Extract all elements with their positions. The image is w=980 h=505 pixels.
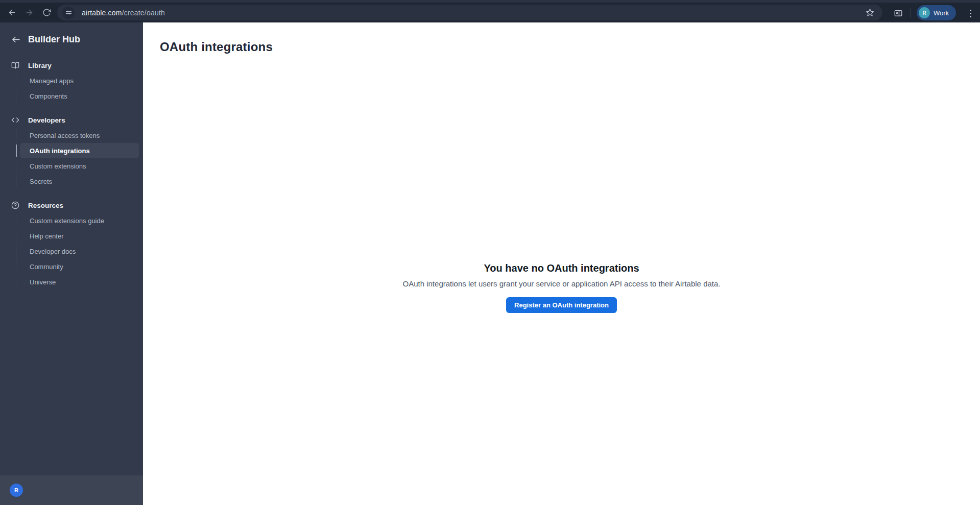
section-label: Developers: [28, 116, 65, 124]
sidebar-item-universe[interactable]: Universe: [20, 274, 139, 290]
tune-icon: [65, 9, 73, 16]
empty-state-heading: You have no OAuth integrations: [143, 262, 980, 274]
section-label: Resources: [28, 202, 63, 209]
browser-profile-chip[interactable]: R Work: [917, 5, 956, 20]
section-header-developers[interactable]: Developers: [0, 112, 143, 128]
sidebar: Builder Hub Library Managed apps Compone…: [0, 22, 143, 505]
sidebar-item-custom-extensions[interactable]: Custom extensions: [20, 158, 139, 174]
item-label: Help center: [30, 232, 63, 240]
sidebar-item-help-center[interactable]: Help center: [20, 228, 139, 244]
bookmark-button[interactable]: [864, 6, 876, 19]
browser-toolbar: airtable.com/create/oauth R Work: [0, 0, 980, 22]
item-label: Developer docs: [30, 248, 76, 255]
sidebar-item-community[interactable]: Community: [20, 259, 139, 274]
refresh-icon: [42, 8, 51, 17]
sidebar-section-developers: Developers Personal access tokens OAuth …: [0, 112, 143, 189]
sidebar-item-secrets[interactable]: Secrets: [20, 174, 139, 189]
section-header-resources[interactable]: Resources: [0, 198, 143, 213]
browser-menu-button[interactable]: [965, 7, 975, 19]
browser-back-button[interactable]: [4, 5, 19, 20]
item-label: Personal access tokens: [30, 132, 100, 139]
register-oauth-integration-button[interactable]: Register an OAuth integration: [506, 297, 617, 313]
sidebar-header: Builder Hub: [0, 22, 143, 49]
kebab-dot: [970, 16, 971, 17]
kebab-dot: [970, 10, 971, 11]
kebab-dot: [970, 13, 971, 14]
back-arrow-icon: [8, 8, 16, 17]
side-panel-search-icon: [894, 9, 903, 18]
item-label: Community: [30, 263, 63, 271]
sidebar-title: Builder Hub: [28, 34, 80, 45]
browser-forward-button[interactable]: [21, 5, 37, 20]
item-label: Universe: [30, 278, 56, 286]
profile-avatar: R: [919, 7, 930, 18]
toolbar-separator: [911, 8, 911, 18]
forward-arrow-icon: [25, 8, 34, 17]
empty-state-description: OAuth integrations let users grant your …: [143, 279, 980, 288]
item-label: Components: [30, 92, 67, 100]
sidebar-item-oauth-integrations[interactable]: OAuth integrations: [20, 143, 139, 158]
sidebar-section-resources: Resources Custom extensions guide Help c…: [0, 198, 143, 290]
sidebar-item-developer-docs[interactable]: Developer docs: [20, 244, 139, 259]
empty-state: You have no OAuth integrations OAuth int…: [143, 262, 980, 313]
sidebar-section-library: Library Managed apps Components: [0, 58, 143, 104]
sidebar-back-button[interactable]: [9, 33, 22, 46]
sidebar-item-managed-apps[interactable]: Managed apps: [20, 73, 139, 88]
sidebar-item-custom-extensions-guide[interactable]: Custom extensions guide: [20, 213, 139, 228]
help-circle-icon: [11, 201, 19, 209]
main-content: OAuth integrations You have no OAuth int…: [143, 22, 980, 505]
url-text: airtable.com/create/oauth: [82, 9, 165, 17]
url-bar[interactable]: airtable.com/create/oauth: [57, 5, 882, 20]
arrow-left-icon: [11, 35, 21, 44]
page-title: OAuth integrations: [160, 40, 273, 54]
browser-refresh-button[interactable]: [39, 5, 54, 20]
item-label: Custom extensions: [30, 162, 86, 170]
book-icon: [11, 61, 19, 69]
item-label: OAuth integrations: [30, 147, 90, 155]
user-avatar[interactable]: R: [10, 484, 23, 497]
side-panel-button[interactable]: [891, 6, 905, 20]
sidebar-item-components[interactable]: Components: [20, 88, 139, 104]
star-icon: [866, 8, 874, 17]
section-header-library[interactable]: Library: [0, 58, 143, 73]
profile-name: Work: [934, 9, 949, 17]
sidebar-footer: R: [0, 475, 143, 505]
code-icon: [11, 116, 19, 124]
item-label: Custom extensions guide: [30, 217, 104, 225]
url-domain: airtable.com: [82, 9, 122, 17]
section-label: Library: [28, 62, 52, 69]
sidebar-item-personal-access-tokens[interactable]: Personal access tokens: [20, 128, 139, 143]
site-settings-button[interactable]: [62, 7, 75, 19]
item-label: Managed apps: [30, 77, 74, 85]
url-path: /create/oauth: [122, 9, 165, 17]
item-label: Secrets: [30, 178, 52, 185]
